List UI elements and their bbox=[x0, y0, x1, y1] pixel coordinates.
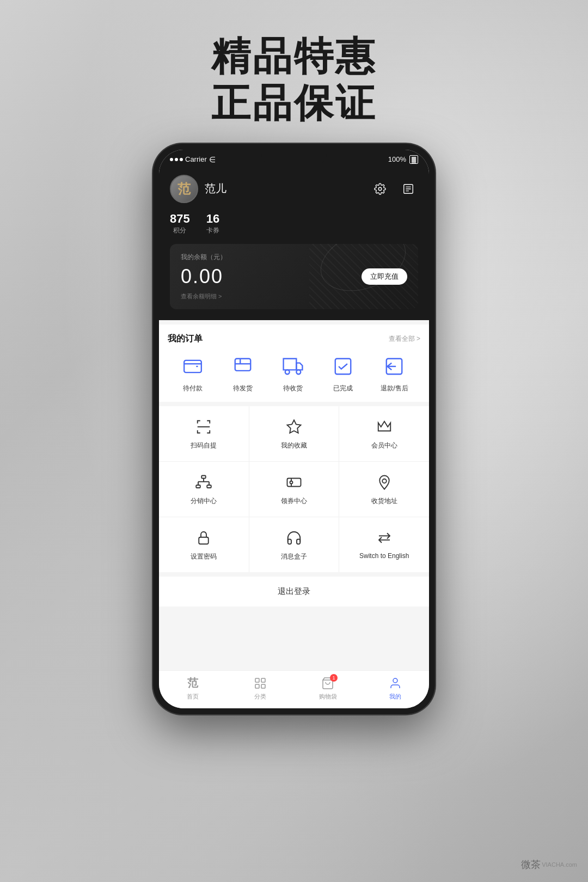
settings-button[interactable] bbox=[370, 179, 390, 199]
home-icon: 范 bbox=[186, 676, 200, 690]
svg-rect-18 bbox=[207, 485, 212, 488]
order-item-pending-pay[interactable]: 待付款 bbox=[180, 353, 206, 393]
lock-icon bbox=[194, 528, 213, 548]
headset-icon bbox=[284, 528, 304, 548]
signal-dots bbox=[170, 158, 183, 161]
title-line2: 正品保证 bbox=[211, 81, 377, 125]
order-item-pending-ship[interactable]: 待发货 bbox=[230, 353, 256, 393]
svg-rect-32 bbox=[255, 684, 259, 688]
bottom-nav: 范 首页 分类 bbox=[159, 670, 429, 708]
order-label-1: 待发货 bbox=[233, 384, 253, 393]
order-label-3: 已完成 bbox=[333, 384, 353, 393]
menu-label-messages: 消息盒子 bbox=[281, 552, 307, 561]
nav-label-bag: 购物袋 bbox=[319, 693, 337, 701]
menu-item-favorites[interactable]: 我的收藏 bbox=[249, 406, 340, 461]
menu-label-password: 设置密码 bbox=[191, 552, 217, 561]
menu-label-switch-lang: Switch to English bbox=[359, 552, 409, 560]
stats-row: 875 积分 16 卡券 bbox=[170, 212, 418, 235]
balance-label: 我的余额（元） bbox=[181, 253, 407, 262]
svg-rect-5 bbox=[184, 360, 201, 372]
balance-card: 我的余额（元） 0.00 立即充值 查看余额明细 > bbox=[170, 244, 418, 309]
menu-item-switch-language[interactable]: Switch to English bbox=[339, 517, 429, 572]
scroll-content[interactable]: 范 范儿 bbox=[159, 169, 429, 676]
coupons-stat[interactable]: 16 卡券 bbox=[206, 212, 219, 235]
battery-text: 100% bbox=[388, 155, 406, 163]
svg-rect-23 bbox=[287, 478, 301, 486]
order-item-completed[interactable]: 已完成 bbox=[330, 353, 356, 393]
watermark-text: 微茶 bbox=[521, 858, 541, 871]
recharge-button[interactable]: 立即充值 bbox=[362, 268, 407, 285]
nav-item-bag[interactable]: 1 购物袋 bbox=[294, 671, 362, 708]
nav-label-category: 分类 bbox=[254, 693, 266, 701]
profile-icons bbox=[370, 179, 418, 199]
nav-item-profile[interactable]: 我的 bbox=[362, 671, 429, 708]
menu-row-1: 扫码自提 我的收藏 bbox=[159, 406, 429, 462]
svg-point-0 bbox=[378, 187, 382, 191]
profile-row: 范 范儿 bbox=[170, 175, 418, 203]
svg-rect-31 bbox=[261, 678, 265, 682]
orders-section: 我的订单 查看全部 > 待付款 bbox=[159, 324, 429, 402]
grid-icon bbox=[253, 676, 267, 690]
logout-button[interactable]: 退出登录 bbox=[169, 586, 419, 597]
svg-rect-17 bbox=[197, 485, 201, 488]
watermark: 微茶 VIACHA.com bbox=[521, 858, 577, 871]
svg-rect-6 bbox=[235, 359, 251, 371]
balance-amount: 0.00 bbox=[181, 265, 223, 288]
menu-item-coupon[interactable]: 领券中心 bbox=[249, 462, 340, 517]
bottom-spacer bbox=[159, 607, 429, 639]
avatar[interactable]: 范 bbox=[170, 175, 198, 203]
avatar-char: 范 bbox=[177, 180, 191, 198]
notch bbox=[261, 150, 327, 165]
balance-detail-link[interactable]: 查看余额明细 > bbox=[181, 292, 407, 301]
svg-point-25 bbox=[290, 481, 293, 483]
notes-button[interactable] bbox=[399, 179, 418, 199]
menu-item-vip[interactable]: 会员中心 bbox=[339, 406, 429, 461]
star-icon bbox=[284, 417, 304, 437]
orders-title: 我的订单 bbox=[168, 333, 203, 345]
menu-label-address: 收货地址 bbox=[371, 497, 397, 506]
headline: 精品特惠 正品保证 bbox=[211, 33, 377, 127]
status-bar-right: 100% ▓ bbox=[388, 155, 418, 164]
location-icon bbox=[375, 473, 394, 492]
carrier-text: Carrier bbox=[185, 155, 207, 163]
profile-left: 范 范儿 bbox=[170, 175, 226, 203]
order-label-0: 待付款 bbox=[183, 384, 203, 393]
svg-marker-15 bbox=[287, 420, 301, 433]
order-item-pending-receive[interactable]: 待收货 bbox=[280, 353, 306, 393]
menu-label-coupon: 领券中心 bbox=[281, 497, 307, 506]
svg-point-10 bbox=[297, 370, 301, 374]
phone-screen: Carrier ∈ 100% ▓ 范 范儿 bbox=[159, 150, 429, 708]
orders-view-all[interactable]: 查看全部 > bbox=[389, 334, 420, 344]
menu-item-scan[interactable]: 扫码自提 bbox=[159, 406, 249, 461]
title-line1: 精品特惠 bbox=[211, 34, 377, 78]
points-value: 875 bbox=[170, 212, 190, 226]
svg-rect-16 bbox=[202, 475, 206, 478]
menu-item-messages[interactable]: 消息盒子 bbox=[249, 517, 340, 572]
points-stat[interactable]: 875 积分 bbox=[170, 212, 190, 235]
menu-section: 扫码自提 我的收藏 bbox=[159, 406, 429, 572]
nav-label-profile: 我的 bbox=[389, 693, 401, 701]
menu-label-distribute: 分销中心 bbox=[191, 497, 217, 506]
nav-item-category[interactable]: 分类 bbox=[226, 671, 294, 708]
orders-header: 我的订单 查看全部 > bbox=[168, 333, 420, 345]
order-label-2: 待收货 bbox=[283, 384, 303, 393]
order-item-return[interactable]: 退款/售后 bbox=[381, 353, 408, 393]
balance-row: 0.00 立即充值 bbox=[181, 265, 407, 288]
menu-item-password[interactable]: 设置密码 bbox=[159, 517, 249, 572]
logout-section: 退出登录 bbox=[159, 577, 429, 607]
menu-item-address[interactable]: 收货地址 bbox=[339, 462, 429, 517]
return-icon bbox=[381, 353, 407, 379]
svg-rect-27 bbox=[199, 537, 209, 544]
menu-item-distribute[interactable]: 分销中心 bbox=[159, 462, 249, 517]
nav-item-home[interactable]: 范 首页 bbox=[159, 671, 226, 708]
order-icons-row: 待付款 待发货 bbox=[168, 353, 420, 393]
menu-label-scan: 扫码自提 bbox=[191, 441, 217, 450]
header-section: 精品特惠 正品保证 bbox=[211, 33, 377, 127]
scan-icon bbox=[194, 417, 213, 437]
wifi-icon: ∈ bbox=[209, 155, 216, 164]
menu-label-favorites: 我的收藏 bbox=[281, 441, 307, 450]
svg-point-35 bbox=[393, 678, 397, 683]
tag-icon bbox=[230, 353, 256, 379]
switch-icon bbox=[375, 528, 394, 548]
points-label: 积分 bbox=[170, 226, 190, 235]
